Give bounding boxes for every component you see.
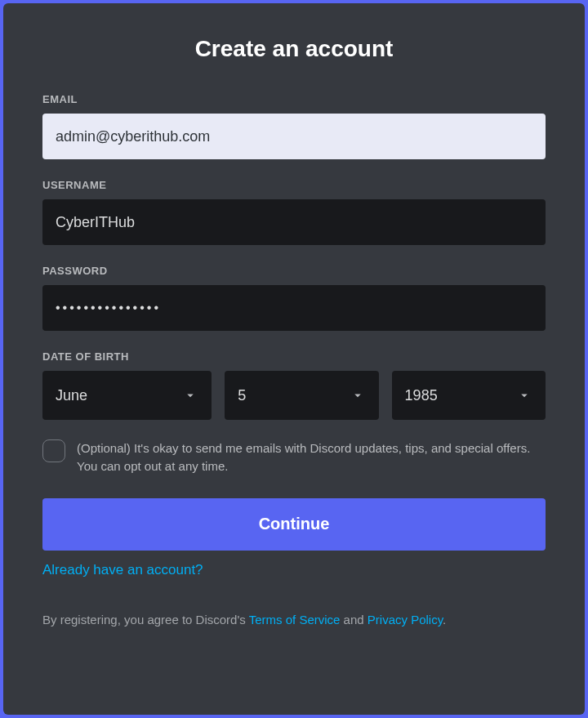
dob-day-value: 5 (238, 387, 246, 404)
chevron-down-icon (516, 387, 532, 404)
optin-label: (Optional) It's okay to send me emails w… (77, 439, 546, 475)
dob-day-select[interactable]: 5 (225, 371, 378, 420)
password-group: PASSWORD (42, 265, 546, 331)
dob-year-select[interactable]: 1985 (392, 371, 546, 420)
optin-checkbox[interactable] (42, 439, 65, 462)
dob-month-value: June (56, 387, 87, 404)
dob-month-button[interactable]: June (42, 371, 212, 420)
continue-button[interactable]: Continue (42, 498, 546, 551)
username-group: USERNAME (42, 179, 546, 245)
email-group: EMAIL (42, 93, 546, 159)
dob-day-button[interactable]: 5 (225, 371, 378, 420)
dob-month-select[interactable]: June (42, 371, 212, 420)
email-label: EMAIL (42, 93, 546, 105)
email-field[interactable] (42, 114, 546, 159)
password-label: PASSWORD (42, 265, 546, 277)
login-link[interactable]: Already have an account? (42, 562, 203, 578)
signup-modal: Create an account EMAIL USERNAME PASSWOR… (3, 3, 585, 715)
tos-link[interactable]: Terms of Service (249, 613, 341, 627)
chevron-down-icon (350, 387, 366, 404)
dob-row: June 5 1985 (42, 371, 546, 420)
optin-row: (Optional) It's okay to send me emails w… (42, 439, 546, 475)
username-label: USERNAME (42, 179, 546, 191)
page-title: Create an account (42, 36, 546, 62)
username-field[interactable] (42, 199, 546, 245)
dob-label: DATE OF BIRTH (42, 350, 546, 363)
password-field[interactable] (42, 285, 546, 331)
dob-year-button[interactable]: 1985 (392, 371, 546, 420)
legal-suffix: . (443, 613, 446, 627)
dob-group: DATE OF BIRTH June 5 (42, 350, 546, 420)
legal-prefix: By registering, you agree to Discord's (42, 613, 249, 627)
chevron-down-icon (182, 387, 198, 404)
dob-year-value: 1985 (405, 387, 438, 404)
privacy-link[interactable]: Privacy Policy (368, 613, 443, 627)
legal-text: By registering, you agree to Discord's T… (42, 611, 546, 628)
legal-mid: and (340, 613, 367, 627)
